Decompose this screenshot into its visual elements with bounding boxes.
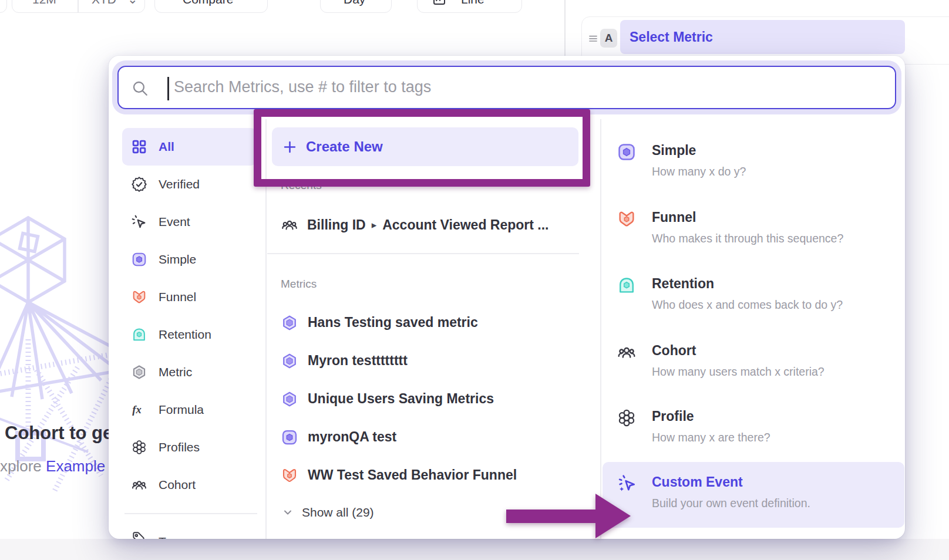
metric-item-label: Myron testttttttt xyxy=(308,353,408,369)
show-all-label: Show all (29) xyxy=(302,505,374,519)
example-link[interactable]: Example I xyxy=(46,457,109,475)
metric-type-title: Custom Event xyxy=(652,470,743,494)
annotation-highlight-box xyxy=(254,109,590,187)
profiles-icon xyxy=(617,408,637,428)
funnel-icon xyxy=(281,467,298,484)
sidebar-item-label: All xyxy=(159,140,174,154)
sidebar-item-verified[interactable]: Verified xyxy=(122,166,257,203)
retention-icon xyxy=(617,275,637,295)
sidebar-item-metric[interactable]: Metric xyxy=(122,353,257,391)
metric-item-label: myronQA test xyxy=(308,429,396,445)
sidebar-item-funnel[interactable]: Funnel xyxy=(122,278,257,316)
simple-icon xyxy=(281,429,298,446)
sidebar-divider xyxy=(124,513,257,514)
chevron-down-icon: ⌄ xyxy=(127,0,138,6)
compare-button[interactable]: Compare xyxy=(154,0,268,13)
sidebar-item-label: Profiles xyxy=(159,440,200,454)
date-range-segmented-control[interactable]: 12M XTD ⌄ xyxy=(12,0,145,13)
page-background-strip xyxy=(0,539,949,560)
metric-type-title: Retention xyxy=(652,272,714,295)
empty-state-headline: Cohort to ge xyxy=(5,423,113,444)
cohort-icon xyxy=(617,342,637,362)
metric-type-description: Build your own event definition. xyxy=(652,494,810,512)
metric-list: Hans Testing saved metricMyron testttttt… xyxy=(281,303,586,494)
verified-icon xyxy=(131,176,147,193)
metric-item-label: WW Test Saved Behavior Funnel xyxy=(308,467,517,483)
toolbar-button-fragment[interactable] xyxy=(0,0,7,13)
search-input[interactable] xyxy=(174,67,879,107)
metric-type-description: Who makes it through this sequence? xyxy=(652,229,843,248)
sidebar-list: AllVerifiedEventSimpleFunnelRetentionMet… xyxy=(122,128,257,504)
metrics-section-label: Metrics xyxy=(281,278,317,291)
profiles-icon xyxy=(131,439,147,456)
metric-search[interactable] xyxy=(117,66,896,109)
sidebar-item-label: Funnel xyxy=(159,290,196,304)
select-metric-field[interactable]: Select Metric xyxy=(620,20,905,54)
saved-metric-icon xyxy=(281,390,298,408)
sidebar-item-label: T xyxy=(159,534,166,539)
metric-item-myronqa-test[interactable]: myronQA test xyxy=(281,418,586,456)
metric-type-custom-event[interactable]: Custom EventBuild your own event definit… xyxy=(603,462,904,528)
sidebar-item-label: Formula xyxy=(159,403,204,417)
recent-item-secondary: Account Viewed Report ... xyxy=(382,217,548,233)
event-icon xyxy=(131,214,147,230)
granularity-button[interactable]: Day xyxy=(320,0,392,13)
grid-icon xyxy=(131,139,147,155)
sidebar-item-event[interactable]: Event xyxy=(122,203,257,241)
sidebar-item-formula[interactable]: fxFormula xyxy=(122,391,257,429)
drag-handle-icon[interactable] xyxy=(587,32,599,44)
search-icon xyxy=(132,80,149,97)
sidebar-item-cohort[interactable]: Cohort xyxy=(122,466,257,504)
retention-icon xyxy=(131,326,147,343)
sidebar-item-profiles[interactable]: Profiles xyxy=(122,429,257,466)
empty-state-illustration xyxy=(0,198,117,492)
text-caret xyxy=(167,77,169,100)
range-xtd-button[interactable]: XTD xyxy=(92,0,116,6)
metric-item-hans-testing-saved-metric[interactable]: Hans Testing saved metric xyxy=(281,303,586,342)
subline-text: xplore xyxy=(0,457,46,475)
sidebar-item-label: Retention xyxy=(159,328,211,342)
metric-type-description: Who does x and comes back to do y? xyxy=(652,295,843,314)
metric-item-myron-testttttttt[interactable]: Myron testttttttt xyxy=(281,342,586,380)
funnel-icon xyxy=(617,209,637,229)
svg-text:fx: fx xyxy=(132,403,142,416)
sidebar-item-simple[interactable]: Simple xyxy=(122,241,257,278)
column-divider xyxy=(600,119,601,539)
sidebar-item-retention[interactable]: Retention xyxy=(122,316,257,353)
sidebar-item-all[interactable]: All xyxy=(122,128,257,166)
segment-divider xyxy=(78,0,79,13)
recent-item[interactable]: Billing ID ▸ Account Viewed Report ... xyxy=(281,213,549,237)
tag-icon xyxy=(131,530,146,539)
metric-type-description: How many x do y? xyxy=(652,162,746,181)
sidebar-item-label: Event xyxy=(159,215,190,229)
metric-icon xyxy=(131,364,147,380)
sidebar-item-tags-clipped[interactable]: T xyxy=(122,530,257,539)
metric-type-title: Profile xyxy=(652,404,694,428)
metric-type-retention[interactable]: RetentionWho does x and comes back to do… xyxy=(603,264,904,329)
range-12m-button[interactable]: 12M xyxy=(32,0,56,6)
metric-type-cohort[interactable]: CohortHow many users match x criteria? xyxy=(603,330,904,396)
metric-item-label: Hans Testing saved metric xyxy=(308,315,478,330)
sidebar-item-label: Verified xyxy=(159,177,200,191)
cohort-icon xyxy=(281,216,298,234)
screen: 12M XTD ⌄ Compare Day Line A Select Metr… xyxy=(0,0,949,560)
metric-row-badge: A xyxy=(600,29,617,48)
metric-type-funnel[interactable]: FunnelWho makes it through this sequence… xyxy=(603,197,904,263)
funnel-icon xyxy=(131,289,147,305)
cohort-icon xyxy=(131,477,147,493)
metric-type-description: How many x are there? xyxy=(652,428,770,447)
empty-state-subline: xplore Example I xyxy=(0,457,109,475)
metric-item-ww-test-saved-behavior-funnel[interactable]: WW Test Saved Behavior Funnel xyxy=(281,456,586,494)
metric-type-title: Simple xyxy=(652,139,696,162)
simple-icon xyxy=(617,142,637,162)
metric-type-profile[interactable]: ProfileHow many x are there? xyxy=(603,396,904,462)
metric-type-description: How many users match x criteria? xyxy=(652,362,825,381)
section-divider xyxy=(267,253,579,254)
metric-type-title: Cohort xyxy=(652,339,696,362)
formula-icon: fx xyxy=(131,402,147,418)
metric-item-unique-users-saving-metrics[interactable]: Unique Users Saving Metrics xyxy=(281,380,586,418)
chart-type-button[interactable]: Line xyxy=(417,0,522,13)
metric-type-simple[interactable]: SimpleHow many x do y? xyxy=(603,130,904,196)
saved-metric-icon xyxy=(281,314,298,332)
show-all-button[interactable]: Show all (29) xyxy=(281,501,374,524)
